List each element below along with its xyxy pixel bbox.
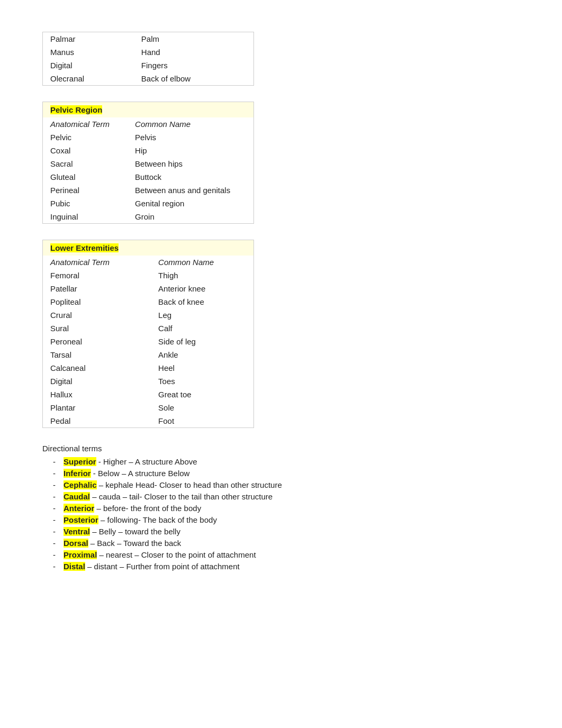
table-cell: Calf [151, 322, 253, 335]
table-cell: Back of knee [151, 295, 253, 308]
table-cell: Between hips [128, 157, 253, 170]
table-header-row: Anatomical TermCommon Name [43, 117, 253, 131]
table-cell: Crural [43, 308, 151, 322]
list-item-content: Ventral – Belly – toward the belly [64, 527, 360, 536]
table-cell: Great toe [151, 388, 253, 401]
table-row: SacralBetween hips [43, 157, 253, 170]
list-dash: - [53, 480, 59, 489]
table-cell: Inguinal [43, 210, 128, 223]
table-cell: Sacral [43, 157, 128, 170]
list-item: -Anterior – before- the front of the bod… [53, 504, 360, 513]
table-cell: Pelvis [128, 131, 253, 144]
highlight-term: Caudal [64, 492, 90, 501]
highlight-term: Ventral [64, 527, 90, 536]
table-cell: Patellar [43, 282, 151, 295]
table-row: PeronealSide of leg [43, 335, 253, 348]
table-cell: Manus [43, 46, 134, 59]
list-item: -Inferior - Below – A structure Below [53, 469, 360, 478]
table-row: DigitalFingers [43, 59, 253, 72]
table-header-row: Anatomical TermCommon Name [43, 256, 253, 269]
table-cell: Palmar [43, 32, 134, 46]
table-cell: Plantar [43, 401, 151, 414]
table-cell: Perineal [43, 184, 128, 197]
highlight-term: Dorsal [64, 539, 88, 548]
table-cell: Coxal [43, 144, 128, 157]
list-item-content: Caudal – cauda – tail- Closer to the tai… [64, 492, 360, 501]
table-cell: Ankle [151, 348, 253, 361]
highlight-term: Distal [64, 562, 85, 571]
table-cell: Hip [128, 144, 253, 157]
list-dash: - [53, 457, 59, 466]
lower-extremities-header: Lower Extremities [43, 240, 253, 256]
table-row: PubicGenital region [43, 197, 253, 210]
table-cell: Heel [151, 361, 253, 375]
directional-list: -Superior - Higher – A structure Above-I… [42, 457, 360, 571]
table-row: DigitalToes [43, 375, 253, 388]
table-row: PoplitealBack of knee [43, 295, 253, 308]
list-item-content: Posterior – following- The back of the b… [64, 515, 360, 524]
list-dash: - [53, 469, 59, 478]
table-cell: Pelvic [43, 131, 128, 144]
list-item-content: Distal – distant – Further from point of… [64, 562, 360, 571]
table-column-header: Common Name [151, 256, 253, 269]
table-cell: Hallux [43, 388, 151, 401]
directional-section: Directional terms -Superior - Higher – A… [42, 444, 360, 571]
table-row: InguinalGroin [43, 210, 253, 223]
pelvic-header: Pelvic Region [43, 102, 253, 117]
table-cell: Gluteal [43, 170, 128, 184]
table-cell: Sole [151, 401, 253, 414]
table-row: SuralCalf [43, 322, 253, 335]
list-dash: - [53, 539, 59, 548]
table-cell: Buttock [128, 170, 253, 184]
table-cell: Foot [151, 414, 253, 427]
table-row: CalcanealHeel [43, 361, 253, 375]
table-row: CoxalHip [43, 144, 253, 157]
table-cell: Fingers [134, 59, 253, 72]
table-cell: Palm [134, 32, 253, 46]
table-column-header: Anatomical Term [43, 256, 151, 269]
table-cell: Digital [43, 59, 134, 72]
table-cell: Hand [134, 46, 253, 59]
table-row: PedalFoot [43, 414, 253, 427]
table-column-header: Anatomical Term [43, 117, 128, 131]
list-dash: - [53, 504, 59, 513]
table-cell: Leg [151, 308, 253, 322]
list-dash: - [53, 515, 59, 524]
highlight-term: Cephalic [64, 480, 97, 489]
table-cell: Genital region [128, 197, 253, 210]
directional-title: Directional terms [42, 444, 360, 453]
table-row: ManusHand [43, 46, 253, 59]
list-dash: - [53, 492, 59, 501]
list-item: -Proximal – nearest – Closer to the poin… [53, 550, 360, 559]
table-cell: Olecranal [43, 72, 134, 85]
list-item-content: Dorsal – Back – Toward the back [64, 539, 360, 548]
list-item-content: Cephalic – kephale Head- Closer to head … [64, 480, 360, 489]
list-item-content: Inferior - Below – A structure Below [64, 469, 360, 478]
table-row: PelvicPelvis [43, 131, 253, 144]
list-item-content: Superior - Higher – A structure Above [64, 457, 360, 466]
table-cell: Thigh [151, 269, 253, 282]
table-row: FemoralThigh [43, 269, 253, 282]
hand-table: PalmarPalmManusHandDigitalFingersOlecran… [42, 32, 254, 86]
table-row: TarsalAnkle [43, 348, 253, 361]
table-row: PerinealBetween anus and genitals [43, 184, 253, 197]
list-item: -Posterior – following- The back of the … [53, 515, 360, 524]
table-cell: Tarsal [43, 348, 151, 361]
table-row: PatellarAnterior knee [43, 282, 253, 295]
table-cell: Digital [43, 375, 151, 388]
highlight-term: Posterior [64, 515, 98, 524]
table-cell: Anterior knee [151, 282, 253, 295]
highlight-term: Anterior [64, 504, 94, 513]
table-cell: Sural [43, 322, 151, 335]
highlight-term: Superior [64, 457, 96, 466]
table-cell: Between anus and genitals [128, 184, 253, 197]
highlight-term: Inferior [64, 469, 91, 478]
lower-extremities-table: Lower Extremities Anatomical TermCommon … [42, 240, 254, 428]
list-item: -Superior - Higher – A structure Above [53, 457, 360, 466]
list-item: -Caudal – cauda – tail- Closer to the ta… [53, 492, 360, 501]
table-row: PlantarSole [43, 401, 253, 414]
table-cell: Pedal [43, 414, 151, 427]
list-dash: - [53, 527, 59, 536]
table-row: PalmarPalm [43, 32, 253, 46]
list-dash: - [53, 550, 59, 559]
